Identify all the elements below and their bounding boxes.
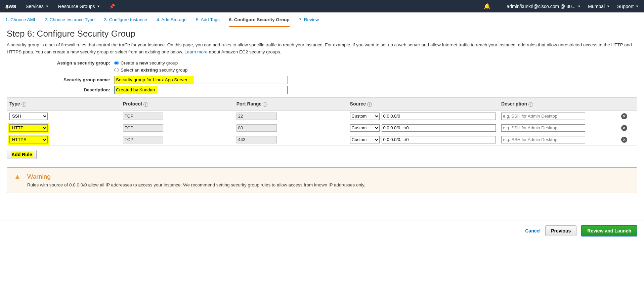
caret-down-icon: ▼ (97, 5, 100, 8)
rule-description-input[interactable] (501, 113, 585, 120)
info-icon[interactable]: i (22, 102, 26, 107)
rule-description-input[interactable] (501, 124, 585, 132)
pin-icon[interactable]: 📌 (109, 4, 115, 9)
col-protocol: Protocoli (120, 97, 234, 110)
caret-down-icon: ▼ (607, 5, 610, 8)
review-and-launch-button[interactable]: Review and Launch (581, 225, 637, 236)
account-menu[interactable]: admin/kunkri@cisco.com @ 30... ▼ (507, 4, 581, 9)
region-label: Mumbai (588, 4, 605, 9)
remove-rule-icon[interactable]: ✕ (621, 113, 627, 119)
assign-sg-label: Assign a security group: (7, 60, 114, 66)
remove-rule-icon[interactable]: ✕ (621, 137, 627, 143)
sg-description-input[interactable] (114, 86, 288, 94)
rule-port: 22 (237, 113, 277, 120)
rule-protocol: TCP (123, 124, 163, 132)
tab-configure-instance[interactable]: 3. Configure Instance (104, 17, 147, 27)
warning-text: Rules with source of 0.0.0.0/0 allow all… (27, 182, 366, 187)
services-menu[interactable]: Services ▼ (26, 4, 49, 9)
table-row: HTTP TCP 80 Custom ✕ (7, 122, 637, 134)
rule-source-mode-select[interactable]: Custom (350, 124, 380, 132)
wizard-footer: Cancel Previous Review and Launch (0, 220, 644, 250)
radio-create-new-sg[interactable] (114, 61, 119, 65)
col-type: Typei (7, 97, 120, 110)
select-existing-sg-label: Select an existing security group (121, 68, 188, 73)
aws-logo[interactable]: aws ⌣ (5, 3, 16, 10)
warning-title: Warning (27, 173, 366, 180)
rule-source-cidr-input[interactable] (382, 136, 496, 143)
rule-type-select[interactable]: HTTPS (9, 136, 48, 143)
page-desc-suffix: about Amazon EC2 security groups. (209, 49, 281, 54)
sg-description-label: Description: (7, 87, 114, 92)
radio-select-existing-sg[interactable] (114, 68, 119, 72)
rule-protocol: TCP (123, 136, 163, 143)
col-description: Descriptioni (499, 97, 618, 110)
rule-port: 80 (237, 124, 277, 132)
table-row: HTTPS TCP 443 Custom ✕ (7, 134, 637, 145)
tab-review[interactable]: 7. Review (299, 17, 319, 27)
notifications-icon[interactable]: 🔔 (484, 3, 490, 9)
tab-choose-ami[interactable]: 1. Choose AMI (5, 17, 35, 27)
caret-down-icon: ▼ (577, 5, 581, 8)
rule-source-cidr-input[interactable] (382, 113, 496, 120)
rule-port: 443 (237, 136, 277, 143)
col-port-range: Port Rangei (234, 97, 347, 110)
page-description: A security group is a set of firewall ru… (7, 42, 637, 56)
page-desc-text: A security group is a set of firewall ru… (7, 42, 632, 54)
security-rules-table: Typei Protocoli Port Rangei Sourcei Desc… (7, 97, 637, 146)
remove-rule-icon[interactable]: ✕ (621, 125, 627, 131)
caret-down-icon: ▼ (46, 5, 49, 8)
services-label: Services (26, 4, 44, 9)
table-row: SSH TCP 22 Custom ✕ (7, 110, 637, 122)
global-nav: aws ⌣ Services ▼ Resource Groups ▼ 📌 🔔 a… (0, 0, 644, 12)
sg-name-input[interactable] (114, 76, 288, 84)
cancel-button[interactable]: Cancel (525, 228, 541, 233)
sg-name-label: Security group name: (7, 77, 114, 82)
tab-add-tags[interactable]: 5. Add Tags (196, 17, 219, 27)
rule-protocol: TCP (123, 113, 163, 120)
resource-groups-menu[interactable]: Resource Groups ▼ (58, 4, 100, 9)
col-source: Sourcei (347, 97, 499, 110)
rule-source-mode-select[interactable]: Custom (350, 113, 380, 120)
aws-swoosh-icon: ⌣ (6, 6, 8, 10)
tab-configure-security-group[interactable]: 6. Configure Security Group (229, 17, 290, 27)
caret-down-icon: ▼ (636, 5, 639, 8)
tab-choose-instance-type[interactable]: 2. Choose Instance Type (45, 17, 95, 27)
warning-box: ▲ Warning Rules with source of 0.0.0.0/0… (7, 167, 637, 193)
resource-groups-label: Resource Groups (58, 4, 95, 9)
previous-button[interactable]: Previous (545, 225, 576, 236)
rule-type-select[interactable]: SSH (9, 113, 48, 120)
info-icon[interactable]: i (263, 102, 267, 107)
account-label: admin/kunkri@cisco.com @ 30... (507, 4, 575, 9)
create-new-sg-label: Create a new security group (121, 60, 178, 66)
region-menu[interactable]: Mumbai ▼ (588, 4, 610, 9)
page-title: Step 6: Configure Security Group (7, 29, 637, 39)
info-icon[interactable]: i (143, 102, 148, 107)
rule-source-mode-select[interactable]: Custom (350, 136, 380, 143)
rule-type-select[interactable]: HTTP (9, 124, 48, 132)
support-menu[interactable]: Support ▼ (617, 4, 639, 9)
support-label: Support (617, 4, 634, 9)
wizard-tabs: 1. Choose AMI 2. Choose Instance Type 3.… (0, 12, 644, 27)
learn-more-link[interactable]: Learn more (184, 49, 208, 54)
info-icon[interactable]: i (367, 102, 372, 107)
add-rule-button[interactable]: Add Rule (7, 150, 37, 159)
tab-add-storage[interactable]: 4. Add Storage (157, 17, 186, 27)
info-icon[interactable]: i (528, 102, 533, 107)
rule-source-cidr-input[interactable] (382, 124, 496, 132)
rule-description-input[interactable] (501, 136, 585, 143)
warning-icon: ▲ (14, 173, 21, 187)
